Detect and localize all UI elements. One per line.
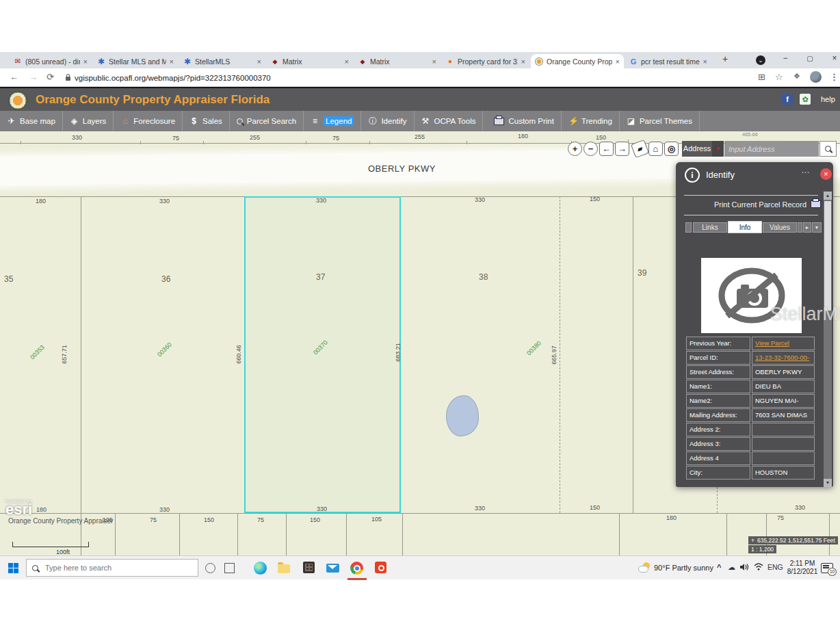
office-icon[interactable] — [375, 562, 386, 573]
wifi-icon[interactable] — [754, 563, 763, 572]
parcel-number: 38 — [479, 272, 488, 282]
notification-center-icon[interactable]: 10 — [821, 563, 833, 573]
scroll-up-icon[interactable]: ▲ — [824, 192, 832, 200]
basemap-icon: ✈ — [7, 116, 16, 126]
print-parcel-record[interactable]: Print Current Parcel Record — [676, 200, 821, 209]
dim-label: 255 — [415, 133, 425, 140]
zoom-in-button[interactable]: + — [568, 142, 582, 156]
toolbar-legend[interactable]: ≡ Legend — [304, 111, 361, 131]
scrollbar-thumb[interactable] — [824, 201, 831, 311]
panel-close-button[interactable]: × — [820, 168, 832, 180]
close-icon[interactable]: × — [521, 57, 525, 66]
tab-links[interactable]: Links — [693, 222, 727, 233]
forward-icon[interactable]: → — [29, 72, 38, 82]
window-close-button[interactable]: × — [828, 53, 840, 63]
locate-button[interactable]: ◎ — [664, 142, 679, 156]
close-icon[interactable]: × — [432, 57, 436, 66]
green-social-icon[interactable]: ✿ — [800, 94, 811, 105]
close-icon[interactable]: × — [83, 57, 88, 66]
pan-right-button[interactable]: → — [615, 142, 629, 156]
view-parcel-record-link[interactable]: View Parcel Record — [752, 337, 815, 350]
parcel-id-link[interactable]: 13-23-32-7600-00-370 — [752, 351, 815, 365]
language-indicator[interactable]: ENG — [767, 563, 783, 571]
tab-scroll-right[interactable]: ► — [803, 222, 811, 233]
page-title: Orange County Property Appraiser Florida — [36, 93, 270, 107]
parcel-code: 00353 — [29, 344, 46, 361]
info-icon: ⓘ — [368, 116, 377, 127]
tab-label: pcr test result time o — [641, 57, 700, 66]
tab-matrix-1[interactable]: ◆ Matrix × — [267, 54, 353, 68]
tab-stellarmls[interactable]: ✱ StellarMLS × — [179, 54, 265, 68]
browser-update-icon[interactable]: ⌄ — [754, 55, 767, 65]
new-tab-button[interactable]: + — [718, 53, 732, 64]
close-icon[interactable]: × — [616, 57, 620, 66]
tab-matrix-2[interactable]: ◆ Matrix × — [354, 54, 441, 68]
toolbar-foreclosure[interactable]: ⌂ Foreclosure — [114, 111, 183, 131]
tab-orange-county-active[interactable]: Orange County Prop × — [531, 54, 624, 68]
home-extent-button[interactable]: ⌂ — [648, 142, 663, 156]
close-icon[interactable]: × — [345, 57, 349, 66]
tab-pcr-test[interactable]: G pcr test result time o × — [625, 54, 711, 68]
task-view-icon[interactable] — [224, 563, 235, 573]
toolbar-layers[interactable]: ◈ Layers — [63, 111, 114, 131]
extensions-puzzle-icon[interactable]: ❖ — [793, 72, 800, 81]
edge-icon[interactable] — [254, 562, 267, 575]
tray-chevron-icon[interactable]: ^ — [717, 563, 721, 571]
scroll-down-icon[interactable]: ▼ — [824, 479, 832, 487]
matrix-icon: ◆ — [271, 57, 279, 66]
address-search-button[interactable] — [819, 141, 837, 157]
close-icon[interactable]: × — [170, 57, 174, 66]
address-search-input[interactable] — [724, 141, 819, 157]
toolbar-identify[interactable]: ⓘ Identify — [361, 111, 414, 131]
panel-menu-icon[interactable]: … — [801, 165, 810, 175]
bookmark-star-icon[interactable]: ☆ — [775, 72, 783, 82]
toolbar-sales[interactable]: $ Sales — [183, 111, 230, 131]
reload-icon[interactable]: ⟳ — [47, 72, 54, 82]
pan-left-button[interactable]: ← — [599, 142, 614, 156]
tab-stellar-mls-and-matrix[interactable]: ✱ Stellar MLS and Matr × — [93, 54, 178, 68]
panel-scrollbar[interactable]: ▲ ▼ — [824, 192, 832, 487]
tab-info[interactable]: Info — [728, 221, 762, 233]
close-icon[interactable]: × — [257, 57, 261, 66]
store-icon[interactable] — [303, 562, 315, 573]
toolbar-base-map[interactable]: ✈ Base map — [0, 111, 63, 131]
taskbar-clock[interactable]: 2:11 PM 8/12/2021 — [783, 560, 822, 576]
toolbar-label: Legend — [324, 116, 354, 126]
back-icon[interactable]: ← — [10, 72, 18, 82]
tab-property-card[interactable]: ● Property card for 32 × — [442, 54, 529, 68]
dim-label: 330 — [159, 198, 170, 205]
toolbar-parcel-themes[interactable]: ◪ Parcel Themes — [620, 111, 700, 131]
toolbar-ocpa-tools[interactable]: ⚒ OCPA Tools — [415, 111, 484, 131]
profile-avatar[interactable] — [810, 71, 822, 83]
file-explorer-icon[interactable] — [278, 564, 290, 573]
zoom-out-button[interactable]: − — [583, 142, 598, 156]
reading-list-icon[interactable]: ⊞ — [758, 72, 765, 82]
address-dropdown-button[interactable]: ▼ — [712, 141, 724, 157]
maximize-button[interactable]: ▢ — [803, 55, 817, 62]
facebook-icon[interactable]: f — [782, 94, 793, 105]
taskbar-search[interactable] — [26, 559, 198, 577]
weather-icon[interactable] — [638, 562, 651, 573]
taskbar-search-input[interactable] — [44, 563, 176, 573]
volume-icon[interactable] — [740, 563, 749, 573]
search-icon — [32, 565, 38, 571]
toolbar-custom-print[interactable]: Custom Print — [483, 111, 561, 131]
toolbar-parcel-search[interactable]: Parcel Search — [230, 111, 304, 131]
tab-values[interactable]: Values — [763, 222, 797, 233]
cortana-icon[interactable] — [205, 563, 215, 573]
tab-mail[interactable]: ✉ (805 unread) - dinhx × — [10, 54, 92, 68]
mail-app-icon[interactable] — [326, 564, 339, 573]
selected-parcel-37[interactable] — [244, 196, 401, 513]
tab-dropdown[interactable]: ▼ — [812, 222, 822, 233]
onedrive-cloud-icon[interactable]: ☁ — [728, 563, 735, 572]
close-icon[interactable]: × — [703, 57, 707, 66]
chrome-icon[interactable] — [350, 562, 363, 575]
url-field[interactable]: vgispublic.ocpafl.org/webmapjs/?pid=3223… — [66, 71, 736, 84]
start-button[interactable] — [8, 563, 18, 573]
toolbar-trending[interactable]: ⚡ Trending — [562, 111, 620, 131]
kebab-menu-icon[interactable]: ⋮ — [830, 72, 839, 82]
help-link[interactable]: help — [821, 95, 835, 103]
tab-scroll-left[interactable] — [685, 222, 692, 233]
weather-text[interactable]: 90°F Partly sunny — [654, 564, 713, 572]
minimize-button[interactable]: − — [778, 53, 792, 63]
